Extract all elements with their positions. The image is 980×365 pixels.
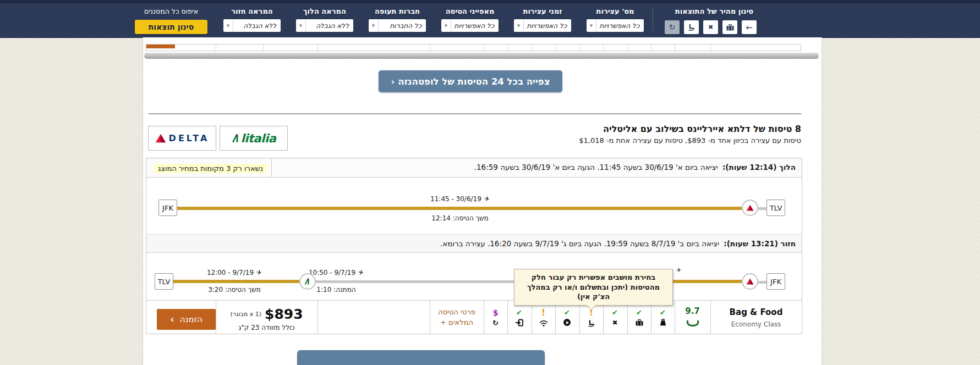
airlines-select[interactable]: ▼ כל החברות <box>369 19 426 32</box>
plane-icon: ✈ <box>358 268 365 277</box>
outbound-duration-label: משך הטיסה: 12:14 <box>405 214 515 222</box>
stop-times-select[interactable]: ▼ כל האפשרויות <box>514 19 571 32</box>
smile-icon <box>687 320 699 327</box>
airport-code-box: TLV <box>155 273 173 290</box>
refund-refresh-icon: ↻ <box>492 319 499 327</box>
filter-results-button[interactable]: סינון תוצאות <box>135 20 207 34</box>
seats-left-note: נשארו רק 3 מקומות במחיר המוצג <box>154 164 267 173</box>
quick-filter-exclude-button[interactable]: ✖ <box>703 20 718 34</box>
view-all-bottom-button-partial[interactable] <box>297 350 545 365</box>
return-label: חזור (13:21 שעות): <box>724 239 796 248</box>
delta-wordmark: DELTA <box>169 133 210 143</box>
filter-label-num-stops: מס' עצירות <box>579 7 651 15</box>
flight-segment-line <box>173 280 299 283</box>
chevron-down-icon: ▼ <box>223 19 233 32</box>
alitalia-a-icon <box>304 278 311 285</box>
airline-group-subtitle: טיסות עם עצירה בכיוון אחד מ- $893, טיסות… <box>330 136 801 145</box>
passenger-note: (1 x מבוגר) <box>230 311 261 318</box>
feature-baggage-weight[interactable]: ✔ <box>651 301 675 334</box>
outbound-departure-select[interactable]: ▼ ללא הגבלה <box>296 19 353 32</box>
filter-bar: איפוס כל המסננים סינון תוצאות המראה חזור… <box>0 0 980 38</box>
outbound-details: יציאה ביום א' 30/6/19 בשעה 11:45. הגעה ב… <box>474 163 718 172</box>
return-departure-select[interactable]: ▼ ללא הגבלה <box>223 19 281 32</box>
connector-line <box>758 281 767 284</box>
airline-group-title: 8 טיסות של דלתא איירליינס בשילוב עם אליט… <box>330 124 801 134</box>
outbound-summary: הלוך (12:14 שעות): יציאה ביום א' 30/6/19… <box>474 163 796 172</box>
view-all-lufthansa-button[interactable]: צפייה בכל 24 הטיסות של לופטהנזה ‹ <box>379 70 562 92</box>
previous-card-clipped-row <box>146 44 801 51</box>
rating-score: 9.7 <box>675 306 710 316</box>
airport-code-box: TLV <box>767 200 785 216</box>
page: איפוס כל המסננים סינון תוצאות המראה חזור… <box>0 0 980 365</box>
full-details-link[interactable]: פרטי הטיסה <box>430 308 484 316</box>
price-value: $893 <box>265 306 303 322</box>
filter-label-outbound-departure: המראה הלוך <box>289 7 360 15</box>
delta-logo[interactable]: DELTA <box>148 126 216 151</box>
close-icon: ✖ <box>708 24 713 31</box>
clipped-order-button <box>146 45 175 48</box>
chevron-down-icon: ▼ <box>369 19 379 32</box>
flight-segment-line <box>177 207 742 210</box>
horizontal-scrollbar[interactable] <box>144 53 819 59</box>
separator <box>653 7 653 32</box>
plane-icon: ✈ <box>256 268 263 277</box>
quick-filter-title: סינון מהיר של התוצאות <box>662 7 767 15</box>
back-arrow-icon: ← <box>746 23 753 32</box>
quick-filter-back-button[interactable]: ← <box>742 20 757 34</box>
flight-card: הלוך (12:14 שעות): יציאה ביום א' 30/6/19… <box>146 158 802 334</box>
quick-filter-refresh-button[interactable]: ↻ <box>665 20 680 34</box>
feature-refund[interactable]: $ ↻ <box>484 301 507 334</box>
return-header-row: חזור (13:21 שעות): יציאה ביום ב' 8/7/19 … <box>146 234 802 253</box>
filter-label-stop-times: זמני עצירות <box>507 7 578 15</box>
num-stops-select[interactable]: ▼ כל האפשרויות <box>587 19 644 32</box>
outbound-header-row: הלוך (12:14 שעות): יציאה ביום א' 30/6/19… <box>146 158 802 178</box>
full-details-link[interactable]: המלאים + <box>430 318 484 327</box>
quick-filter-seat-button[interactable] <box>684 20 699 34</box>
chevron-down-icon: ▼ <box>441 19 451 32</box>
reset-all-filters-link[interactable]: איפוס כל המסננים <box>127 7 215 15</box>
outbound-route-row: JFK 11:45 - 30/6/19 ✈ משך הטיסה: 12:14 T… <box>146 178 802 234</box>
plane-icon: ✈ <box>676 267 681 274</box>
feature-entertainment[interactable]: ✔ <box>555 301 579 334</box>
outbound-label: הלוך (12:14 שעות): <box>722 163 796 172</box>
briefcase-icon <box>726 24 734 31</box>
delta-carrier-badge <box>742 200 758 216</box>
baggage-weight-icon <box>660 318 666 327</box>
price-summary-row: ‹ הזמנה $893 (1 x מבוגר) כולל מזוודה 23 … <box>146 300 802 334</box>
outbound-segment-label: 11:45 - 30/6/19 ✈ <box>405 195 515 203</box>
flight-features-select[interactable]: ▼ כל האפשרויות <box>441 19 499 32</box>
section-divider <box>149 113 801 114</box>
top-strip <box>0 0 980 3</box>
order-button[interactable]: ‹ הזמנה <box>157 309 216 330</box>
cell-separator <box>271 158 272 177</box>
seat-icon <box>688 24 694 31</box>
fare-class: Economy Class <box>710 320 802 328</box>
feature-wifi[interactable]: ! <box>532 301 555 334</box>
cabin-bag-icon <box>636 318 643 327</box>
alitalia-a-icon <box>232 134 240 143</box>
price-line: $893 (1 x מבוגר) <box>216 306 317 322</box>
chevron-down-icon: ▼ <box>514 19 524 32</box>
chevron-down-icon: ▼ <box>296 19 306 32</box>
delta-triangle-icon <box>155 134 166 143</box>
feature-meals[interactable]: ✔ ✖ <box>603 301 627 334</box>
alitalia-carrier-badge <box>299 273 316 290</box>
seat-selection-tooltip: בחירת מושבים אפשרית רק עבור חלק מהטיסות … <box>514 269 673 306</box>
quick-filter-baggage-button[interactable] <box>722 20 737 34</box>
return-segment1-label: 12:00 - 9/7/19 ✈ <box>179 269 289 276</box>
feature-checkin[interactable]: ✔ <box>507 301 531 334</box>
chevron-down-icon: ▼ <box>587 19 596 32</box>
filter-label-return-departure: המראה חזור <box>216 7 288 15</box>
feature-cabin-bag[interactable]: ✔ <box>627 301 651 334</box>
delta-triangle-icon <box>746 278 754 285</box>
return-details: יציאה ביום ב' 8/7/19 בשעה 19:59. הגעה בי… <box>440 239 719 248</box>
alitalia-wordmark: litalia <box>241 132 276 145</box>
plane-icon: ✈ <box>484 195 491 203</box>
delta-carrier-badge <box>742 273 758 290</box>
return-segment2-label: 10:50 - 9/7/19 ✈ <box>281 269 391 276</box>
chevron-left-icon: ‹ <box>170 313 174 325</box>
alitalia-logo[interactable]: litalia <box>220 126 288 151</box>
airport-code-box: JFK <box>767 273 785 290</box>
meal-icon: ✖ <box>612 318 617 327</box>
filter-label-flight-features: מאפייני הטיסה <box>434 7 506 15</box>
